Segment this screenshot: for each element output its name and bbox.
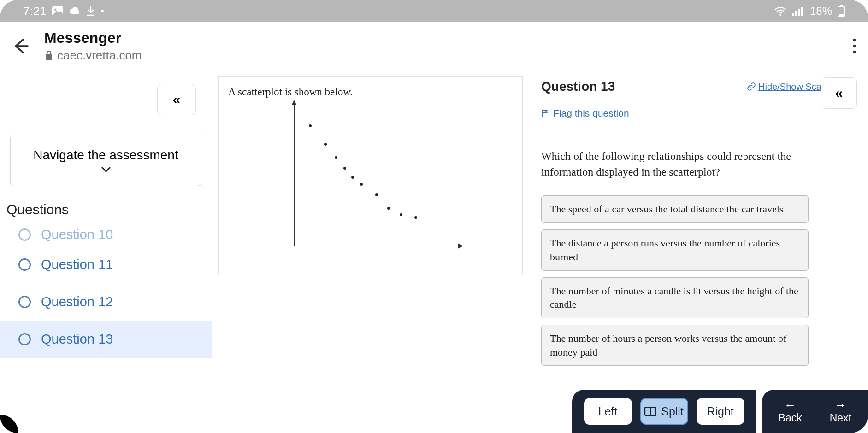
cloud-icon <box>69 7 81 15</box>
scatter-caption: A scatterplot is shown below. <box>228 86 513 98</box>
browser-title-block: Messenger caec.vretta.com <box>44 29 142 63</box>
browser-title: Messenger <box>44 29 142 47</box>
svg-rect-5 <box>798 9 800 16</box>
sidebar-item-question[interactable]: Question 12 <box>0 283 212 321</box>
y-axis <box>294 105 295 246</box>
svg-rect-3 <box>792 13 794 16</box>
bottom-controls: Left Split Right ← Back → Next <box>572 390 868 433</box>
svg-point-2 <box>779 14 781 16</box>
data-point <box>324 143 327 146</box>
view-left-label: Left <box>598 405 618 418</box>
data-point <box>400 213 402 216</box>
main-area: A scatterplot is shown below. « Question… <box>212 70 868 433</box>
status-right: 18% <box>774 5 845 18</box>
page-body: « Navigate the assessment Questions Ques… <box>0 70 868 433</box>
link-icon <box>747 82 756 91</box>
questions-list: Question 10Question 11Question 12Questio… <box>0 227 212 433</box>
data-point <box>375 193 378 196</box>
answer-option[interactable]: The number of minutes a candle is lit ve… <box>541 277 809 318</box>
sidebar-item-label: Question 10 <box>41 227 113 242</box>
signal-icon <box>792 6 804 16</box>
svg-point-12 <box>853 44 856 47</box>
svg-point-13 <box>853 50 856 53</box>
more-icon[interactable] <box>852 38 857 54</box>
answer-option[interactable]: The distance a person runs versus the nu… <box>541 229 809 270</box>
status-left: 7:21 <box>23 4 104 18</box>
radio-empty-icon <box>18 258 31 271</box>
view-left-button[interactable]: Left <box>584 398 632 425</box>
nav-back-button[interactable]: ← Back <box>779 399 802 424</box>
status-dot-icon <box>101 10 104 12</box>
chevron-down-icon <box>101 166 111 173</box>
view-split-button[interactable]: Split <box>640 398 688 425</box>
arrow-right-icon: → <box>834 399 846 411</box>
radio-empty-icon <box>18 296 31 308</box>
answers-list: The speed of a car versus the total dist… <box>541 195 850 366</box>
view-split-label: Split <box>661 405 684 418</box>
sidebar-item-label: Question 11 <box>41 257 113 272</box>
split-icon <box>644 407 656 416</box>
flag-text: Flag this question <box>553 108 629 119</box>
chevron-double-left-icon: « <box>835 85 843 101</box>
scatter-panel: A scatterplot is shown below. <box>218 76 523 275</box>
svg-rect-9 <box>839 14 844 16</box>
scatter-chart <box>283 105 459 257</box>
nav-dropdown-label: Navigate the assessment <box>33 148 178 163</box>
x-axis <box>294 246 459 246</box>
data-point <box>309 124 312 127</box>
answer-option[interactable]: The speed of a car versus the total dist… <box>541 195 809 223</box>
browser-url: caec.vretta.com <box>57 48 142 63</box>
svg-point-1 <box>54 9 56 11</box>
battery-icon <box>838 5 845 17</box>
nav-dropdown[interactable]: Navigate the assessment <box>10 135 201 186</box>
data-point <box>414 216 417 219</box>
download-icon <box>86 6 95 16</box>
sidebar-item-label: Question 12 <box>41 294 113 310</box>
nav-bar: ← Back → Next <box>762 390 868 433</box>
flag-question[interactable]: Flag this question <box>541 108 850 119</box>
data-point <box>351 176 354 179</box>
divider <box>541 130 850 130</box>
question-top-row: Question 13 Hide/Show Scatterplot <box>541 79 850 94</box>
arrow-left-icon: ← <box>784 399 796 411</box>
svg-rect-6 <box>801 7 803 16</box>
svg-rect-10 <box>46 54 52 60</box>
radio-empty-icon <box>18 228 31 241</box>
flag-icon <box>541 109 549 117</box>
question-panel: « Question 13 Hide/Show Scatterplot Flag… <box>523 70 868 433</box>
sidebar-item-question[interactable]: Question 10 <box>0 227 212 246</box>
gallery-icon <box>52 6 63 16</box>
nav-back-label: Back <box>779 412 802 424</box>
sidebar-item-question[interactable]: Question 11 <box>0 246 212 283</box>
sidebar: « Navigate the assessment Questions Ques… <box>0 70 212 433</box>
browser-url-row: caec.vretta.com <box>44 48 142 63</box>
questions-header: Questions <box>0 197 212 227</box>
status-bar: 7:21 18% <box>0 0 868 22</box>
view-mode-bar: Left Split Right <box>572 390 756 433</box>
nav-next-button[interactable]: → Next <box>830 399 851 424</box>
right-collapse-button[interactable]: « <box>821 77 857 109</box>
question-prompt: Which of the following relationships cou… <box>541 149 809 180</box>
svg-point-11 <box>853 38 856 41</box>
battery-text: 18% <box>810 5 832 18</box>
view-right-button[interactable]: Right <box>697 398 744 425</box>
chevron-double-left-icon: « <box>173 92 181 107</box>
data-point <box>360 183 363 186</box>
radio-empty-icon <box>18 333 31 345</box>
sidebar-collapse-button[interactable]: « <box>157 84 196 115</box>
svg-rect-4 <box>795 11 797 16</box>
data-point <box>343 167 346 170</box>
back-icon[interactable] <box>11 37 30 55</box>
question-title: Question 13 <box>541 79 615 94</box>
browser-header: Messenger caec.vretta.com <box>0 22 868 70</box>
status-time: 7:21 <box>23 4 47 18</box>
sidebar-item-label: Question 13 <box>41 332 113 347</box>
nav-next-label: Next <box>830 412 851 424</box>
view-right-label: Right <box>707 405 733 418</box>
lock-icon <box>44 50 53 60</box>
answer-option[interactable]: The number of hours a person works versu… <box>541 325 809 366</box>
wifi-icon <box>774 6 787 16</box>
data-point <box>387 207 390 210</box>
sidebar-item-question[interactable]: Question 13 <box>0 321 212 358</box>
data-point <box>335 156 337 159</box>
